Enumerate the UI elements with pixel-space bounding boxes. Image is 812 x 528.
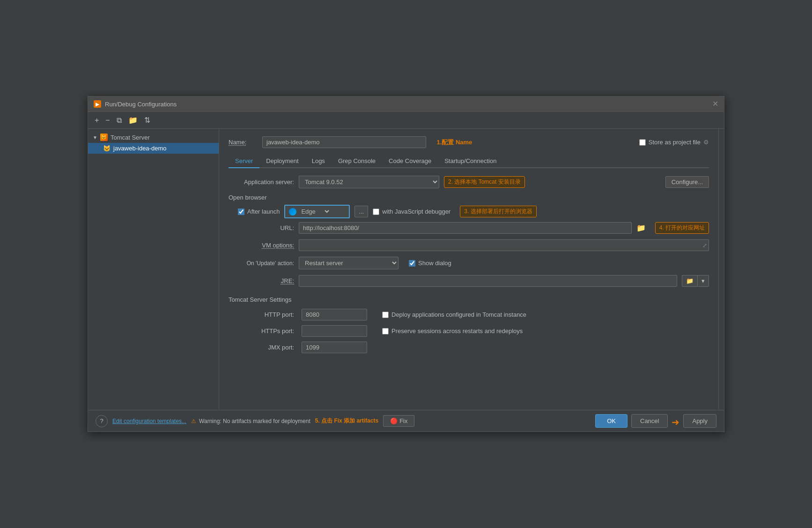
edge-icon — [289, 208, 296, 216]
jre-dropdown-button[interactable]: ▾ — [697, 275, 709, 287]
help-button[interactable]: ? — [96, 415, 108, 427]
https-port-row: HTTPs port: Preserve sessions across res… — [229, 325, 709, 337]
preserve-checkbox[interactable] — [382, 328, 389, 335]
warning-area: ⚠ Warning: No artifacts marked for deplo… — [191, 418, 310, 424]
tab-grep-console[interactable]: Grep Console — [332, 155, 382, 168]
https-port-label: HTTPs port: — [229, 327, 294, 335]
configure-button[interactable]: Configure... — [665, 176, 709, 188]
after-launch-checkbox[interactable] — [238, 208, 244, 215]
copy-config-button[interactable]: ⧉ — [115, 115, 124, 126]
after-launch-row: After launch Edge Chrome Firefox ... wit… — [229, 205, 709, 218]
bottom-bar: ? Edit configuration templates... ⚠ Warn… — [88, 410, 724, 431]
jre-field — [299, 275, 677, 287]
cancel-button[interactable]: Cancel — [631, 414, 668, 428]
deploy-checkbox[interactable] — [382, 312, 389, 318]
folder-config-button[interactable]: 📁 — [126, 115, 140, 126]
sub-item-label: javaweb-idea-demo — [113, 145, 166, 152]
url-folder-button[interactable]: 📁 — [636, 223, 646, 232]
add-config-button[interactable]: + — [93, 115, 101, 126]
jre-btn-group: 📁 ▾ — [682, 275, 709, 287]
update-action-row: On 'Update' action: Restart server Redep… — [229, 257, 709, 269]
warning-text: Warning: No artifacts marked for deploym… — [199, 418, 310, 424]
update-action-label: On 'Update' action: — [229, 260, 294, 267]
gear-icon[interactable]: ⚙ — [703, 139, 709, 146]
url-row: URL: 📁 4. 打开的对应网址 — [229, 222, 709, 234]
close-button[interactable]: ✕ — [712, 100, 718, 108]
https-port-input[interactable] — [302, 325, 367, 337]
annotation-2: 2. 选择本地 Tomcat 安装目录 — [444, 176, 525, 188]
jre-label: JRE: — [229, 277, 294, 284]
arrow-annotation: ➜ — [672, 416, 679, 428]
jmx-port-input[interactable] — [302, 342, 367, 353]
vm-options-label: VM options: — [229, 242, 294, 249]
remove-config-button[interactable]: − — [103, 115, 111, 126]
http-port-row: HTTP port: Deploy applications configure… — [229, 309, 709, 320]
http-port-input[interactable] — [302, 309, 367, 320]
tab-deployment[interactable]: Deployment — [259, 155, 305, 168]
open-browser-section: Open browser — [229, 194, 709, 201]
name-label: Name: — [229, 139, 257, 146]
jmx-port-label: JMX port: — [229, 344, 294, 351]
js-debugger-checkbox-item: with JavaScript debugger — [373, 208, 450, 215]
ok-button[interactable]: OK — [595, 414, 627, 428]
after-launch-label: After launch — [247, 208, 280, 215]
browser-select[interactable]: Edge Chrome Firefox — [299, 208, 331, 216]
annotation-4: 4. 打开的对应网址 — [655, 222, 709, 234]
app-server-select[interactable]: Tomcat 9.0.52 — [299, 176, 439, 188]
vm-options-expand-button[interactable]: ⤢ — [702, 242, 707, 249]
scrollbar[interactable] — [718, 129, 724, 410]
store-project-file-area: Store as project file ⚙ — [639, 139, 709, 146]
annotation-3: 3. 选择部署后打开的浏览器 — [460, 206, 536, 217]
jre-input[interactable] — [303, 277, 673, 284]
preserve-check-item: Preserve sessions across restarts and re… — [382, 327, 523, 335]
jre-row: JRE: 📁 ▾ — [229, 275, 709, 287]
url-label: URL: — [229, 224, 294, 231]
tomcat-icon: 🐱 — [100, 134, 108, 141]
browser-dots-button[interactable]: ... — [354, 206, 368, 217]
fix-button[interactable]: 🔴 Fix — [383, 415, 414, 427]
show-dialog-checkbox[interactable] — [409, 260, 415, 267]
vm-options-input[interactable] — [299, 239, 709, 251]
bottom-right: OK Cancel ➜ Apply — [595, 414, 716, 428]
tab-startup-connection[interactable]: Startup/Connection — [438, 155, 503, 168]
title-bar-left: ▶ Run/Debug Configurations — [94, 100, 177, 108]
vm-options-row: VM options: ⤢ — [229, 239, 709, 251]
name-input[interactable] — [262, 136, 426, 148]
fix-icon: 🔴 — [390, 417, 398, 424]
dialog-title: Run/Debug Configurations — [105, 101, 177, 108]
tab-code-coverage[interactable]: Code Coverage — [382, 155, 438, 168]
apply-button[interactable]: Apply — [683, 414, 716, 428]
vm-options-wrapper: ⤢ — [299, 239, 709, 251]
tab-logs[interactable]: Logs — [305, 155, 332, 168]
deploy-check-item: Deploy applications configured in Tomcat… — [382, 311, 526, 318]
title-bar: ▶ Run/Debug Configurations ✕ — [88, 97, 724, 112]
sub-item-icon: 🐱 — [103, 145, 111, 152]
chevron-down-icon: ▼ — [93, 135, 97, 140]
sidebar-group-tomcat: ▼ 🐱 Tomcat Server 🐱 javaweb-idea-demo — [88, 129, 219, 156]
annotation-5: 5. 点击 Fix 添加 artifacts — [315, 417, 378, 425]
store-project-file-label: Store as project file — [649, 139, 701, 146]
tab-server[interactable]: Server — [229, 155, 259, 168]
jre-folder-button[interactable]: 📁 — [682, 275, 697, 287]
sort-config-button[interactable]: ⇅ — [142, 115, 152, 126]
warning-icon: ⚠ — [191, 418, 196, 424]
store-project-file-checkbox[interactable] — [639, 139, 646, 146]
browser-dropdown[interactable]: Edge Chrome Firefox — [284, 205, 350, 218]
update-action-select[interactable]: Restart server Redeploy Update classes a… — [299, 257, 399, 269]
js-debugger-checkbox[interactable] — [373, 208, 379, 215]
show-dialog-item: Show dialog — [409, 260, 451, 267]
js-debugger-label: with JavaScript debugger — [382, 208, 450, 215]
sidebar: ▼ 🐱 Tomcat Server 🐱 javaweb-idea-demo — [88, 129, 219, 410]
config-panel: Name: 1.配置 Name Store as project file ⚙ … — [219, 129, 718, 410]
open-browser-label: Open browser — [229, 194, 267, 201]
sidebar-item-tomcat-server[interactable]: ▼ 🐱 Tomcat Server — [88, 132, 219, 143]
app-icon: ▶ — [94, 100, 101, 108]
edit-config-link[interactable]: Edit configuration templates... — [112, 418, 186, 424]
after-launch-checkbox-item: After launch — [238, 208, 280, 215]
sidebar-item-config[interactable]: 🐱 javaweb-idea-demo — [88, 143, 219, 154]
url-input[interactable] — [299, 222, 632, 234]
preserve-label: Preserve sessions across restarts and re… — [391, 327, 523, 335]
settings-section-title: Tomcat Server Settings — [229, 296, 709, 303]
name-row: Name: 1.配置 Name Store as project file ⚙ — [229, 136, 709, 148]
show-dialog-label: Show dialog — [418, 260, 451, 267]
